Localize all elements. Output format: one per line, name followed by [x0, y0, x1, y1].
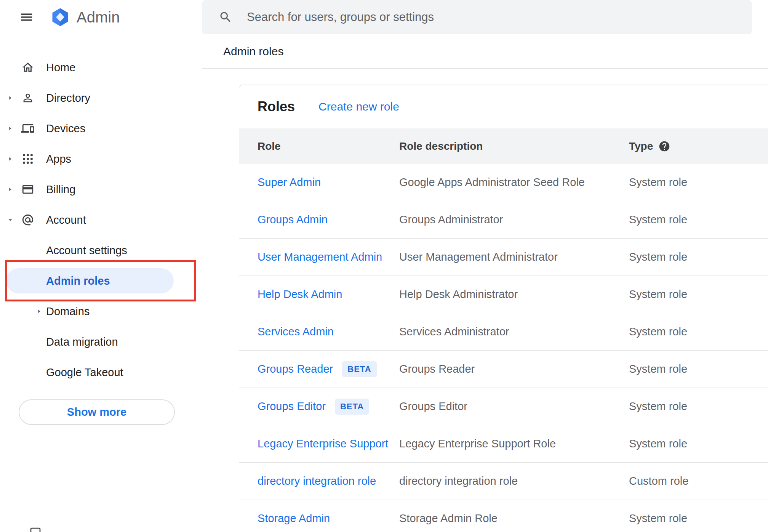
person-icon: [21, 91, 34, 104]
sidebar-item-data-migration[interactable]: Data migration: [0, 327, 202, 357]
role-description: Google Apps Administrator Seed Role: [399, 176, 629, 189]
sidebar-item-apps[interactable]: Apps: [0, 144, 202, 174]
account-submenu: Account settingsAdmin rolesDomainsData m…: [0, 235, 202, 388]
role-link[interactable]: Groups Editor: [258, 400, 326, 413]
role-description: User Management Administrator: [399, 251, 629, 263]
sidebar-item-home[interactable]: Home: [0, 52, 202, 83]
sidebar: Admin HomeDirectoryDevicesAppsBillingAcc…: [0, 0, 202, 532]
sidebar-item-label: Directory: [46, 92, 90, 104]
sidebar-item-directory[interactable]: Directory: [0, 83, 202, 113]
chevron-right-icon[interactable]: [35, 307, 43, 316]
table-row: Groups Reader BETA Groups Reader System …: [239, 351, 768, 388]
table-body: Super Admin Google Apps Administrator Se…: [239, 164, 768, 532]
role-description: Help Desk Administrator: [399, 288, 629, 301]
role-link[interactable]: Storage Admin: [258, 512, 330, 525]
sidebar-item-admin-roles[interactable]: Admin roles: [0, 266, 202, 296]
sidebar-item-domains[interactable]: Domains: [0, 296, 202, 327]
role-description: Legacy Enterprise Support Role: [399, 437, 629, 450]
create-new-role-link[interactable]: Create new role: [318, 100, 399, 113]
role-type: System role: [629, 176, 768, 189]
table-row: directory integration role directory int…: [239, 463, 768, 500]
sidebar-item-account-settings[interactable]: Account settings: [0, 235, 202, 266]
beta-badge: BETA: [342, 361, 376, 377]
admin-logo-icon: [50, 7, 70, 27]
sidebar-item-label: Google Takeout: [46, 366, 123, 379]
role-description: directory integration role: [399, 475, 629, 487]
breadcrumb: Admin roles: [223, 45, 283, 58]
role-description: Groups Editor: [399, 400, 629, 413]
sidebar-item-billing[interactable]: Billing: [0, 174, 202, 205]
role-link[interactable]: Super Admin: [258, 176, 321, 189]
sidebar-item-account[interactable]: Account: [0, 205, 202, 235]
table-row: Groups Admin Groups Administrator System…: [239, 201, 768, 239]
card-icon: [21, 183, 34, 196]
at-icon: [21, 213, 34, 226]
role-link[interactable]: directory integration role: [258, 475, 376, 487]
chevron-down-icon[interactable]: [6, 216, 14, 224]
chevron-right-icon[interactable]: [6, 94, 14, 102]
role-type: System role: [629, 288, 768, 301]
sidebar-item-label: Devices: [46, 122, 85, 135]
sidebar-nav: HomeDirectoryDevicesAppsBillingAccount: [0, 52, 202, 235]
divider: [202, 68, 768, 69]
table-row: Legacy Enterprise Support Legacy Enterpr…: [239, 425, 768, 463]
sidebar-item-label: Account settings: [46, 244, 127, 257]
sidebar-item-label: Apps: [46, 153, 71, 165]
search-bar[interactable]: [202, 0, 752, 34]
sidebar-header: Admin: [0, 0, 202, 34]
chevron-right-icon[interactable]: [6, 185, 14, 194]
show-more-button[interactable]: Show more: [19, 399, 175, 425]
role-link[interactable]: User Management Admin: [258, 251, 382, 263]
search-input[interactable]: [247, 10, 704, 24]
role-type: System role: [629, 512, 768, 525]
role-description: Groups Administrator: [399, 213, 629, 226]
table-row: Super Admin Google Apps Administrator Se…: [239, 164, 768, 201]
help-icon[interactable]: [658, 140, 670, 152]
sidebar-item-label: Data migration: [46, 336, 118, 348]
roles-card: Roles Create new role Role Role descript…: [239, 85, 768, 532]
sidebar-item-devices[interactable]: Devices: [0, 113, 202, 144]
home-icon: [21, 61, 34, 74]
devices-icon: [21, 122, 34, 135]
beta-badge: BETA: [335, 399, 369, 415]
role-description: Storage Admin Role: [399, 512, 629, 525]
role-type: Custom role: [629, 475, 768, 487]
role-type: System role: [629, 325, 768, 338]
column-role-description: Role description: [399, 140, 629, 152]
sidebar-item-label: Domains: [46, 305, 90, 318]
role-description: Services Administrator: [399, 325, 629, 338]
table-row: Groups Editor BETA Groups Editor System …: [239, 388, 768, 425]
role-type: System role: [629, 251, 768, 263]
search-icon: [219, 10, 232, 24]
chevron-right-icon[interactable]: [6, 155, 14, 163]
table-row: Storage Admin Storage Admin Role System …: [239, 500, 768, 532]
table-row: Services Admin Services Administrator Sy…: [239, 313, 768, 351]
sidebar-item-label: Billing: [46, 183, 75, 196]
sidebar-item-google-takeout[interactable]: Google Takeout: [0, 357, 202, 388]
table-row: User Management Admin User Management Ad…: [239, 239, 768, 276]
table-header: Role Role description Type: [239, 128, 768, 164]
role-link[interactable]: Legacy Enterprise Support: [258, 437, 388, 450]
apps-icon: [21, 152, 34, 165]
role-description: Groups Reader: [399, 363, 629, 375]
sidebar-item-label: Admin roles: [46, 275, 110, 287]
role-link[interactable]: Groups Admin: [258, 213, 328, 226]
menu-icon[interactable]: [19, 10, 34, 24]
main-content: Admin roles Roles Create new role Role R…: [202, 0, 768, 532]
sidebar-item-label: Home: [46, 61, 75, 74]
role-link[interactable]: Groups Reader: [258, 363, 333, 375]
table-row: Help Desk Admin Help Desk Administrator …: [239, 276, 768, 313]
role-link[interactable]: Services Admin: [258, 325, 334, 338]
column-type: Type: [629, 140, 768, 152]
role-type: System role: [629, 213, 768, 226]
sidebar-item-label: Account: [46, 214, 86, 226]
partial-icon: [29, 527, 42, 532]
chevron-right-icon[interactable]: [6, 124, 14, 133]
column-role: Role: [258, 140, 399, 152]
role-type: System role: [629, 363, 768, 375]
role-link[interactable]: Help Desk Admin: [258, 288, 342, 301]
brand-title: Admin: [77, 9, 120, 26]
role-type: System role: [629, 400, 768, 413]
role-type: System role: [629, 437, 768, 450]
page-title: Roles: [258, 99, 295, 115]
